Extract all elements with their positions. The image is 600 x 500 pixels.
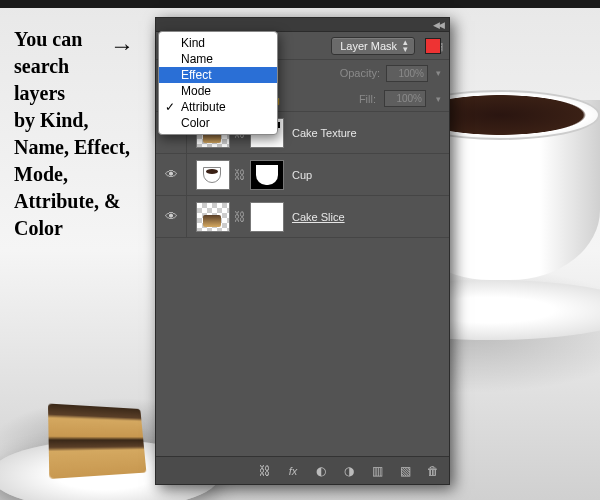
filter-option-attribute[interactable]: ✓Attribute bbox=[159, 99, 277, 115]
opacity-label: Opacity: bbox=[340, 67, 380, 79]
filter-option-color[interactable]: Color bbox=[159, 115, 277, 131]
layer-thumb[interactable] bbox=[196, 202, 230, 232]
trash-icon[interactable]: 🗑 bbox=[425, 464, 441, 478]
layer-row[interactable]: 👁 ⛓ Cake Slice bbox=[156, 196, 449, 238]
mask-icon[interactable]: ◐ bbox=[313, 464, 329, 478]
mask-thumb[interactable] bbox=[250, 160, 284, 190]
fill-input[interactable]: 100% bbox=[384, 90, 426, 107]
layer-name[interactable]: Cup bbox=[292, 169, 312, 181]
filter-option-mode[interactable]: Mode bbox=[159, 83, 277, 99]
mask-thumb[interactable] bbox=[250, 202, 284, 232]
panel-footer: ⛓ fx ◐ ◑ ▥ ▧ 🗑 bbox=[156, 456, 449, 484]
layer-thumb[interactable] bbox=[196, 160, 230, 190]
filter-toggle-swatch[interactable] bbox=[425, 38, 441, 54]
filter-option-effect[interactable]: Effect bbox=[159, 67, 277, 83]
app-toolbar bbox=[0, 0, 600, 8]
fx-icon[interactable]: fx bbox=[285, 465, 301, 477]
layer-name[interactable]: Cake Slice bbox=[292, 211, 345, 223]
filter-value-label: Layer Mask bbox=[340, 40, 397, 52]
link-icon[interactable]: ⛓ bbox=[234, 168, 246, 182]
layers-panel: ◀◀ ▤ Kind Name Effect Mode ✓Attribute Co… bbox=[155, 17, 450, 485]
group-icon[interactable]: ▥ bbox=[369, 464, 385, 478]
link-layers-icon[interactable]: ⛓ bbox=[257, 464, 273, 478]
stepper-icon: ▴▾ bbox=[403, 39, 408, 53]
panel-tab-bar: ◀◀ bbox=[156, 18, 449, 32]
filter-type-menu: Kind Name Effect Mode ✓Attribute Color bbox=[158, 31, 278, 135]
filter-value-dropdown[interactable]: Layer Mask ▴▾ bbox=[331, 37, 415, 55]
new-layer-icon[interactable]: ▧ bbox=[397, 464, 413, 478]
filter-option-name[interactable]: Name bbox=[159, 51, 277, 67]
opacity-input[interactable]: 100% bbox=[386, 65, 428, 82]
chevron-down-icon[interactable]: ▾ bbox=[436, 94, 441, 104]
adjustment-icon[interactable]: ◑ bbox=[341, 464, 357, 478]
layer-filter-row: Kind Name Effect Mode ✓Attribute Color L… bbox=[156, 32, 449, 60]
collapse-icon[interactable]: ◀◀ bbox=[433, 20, 443, 30]
fill-label: Fill: bbox=[359, 93, 376, 105]
chevron-down-icon[interactable]: ▾ bbox=[436, 68, 441, 78]
visibility-toggle-icon[interactable]: 👁 bbox=[162, 167, 180, 182]
layer-name[interactable]: Cake Texture bbox=[292, 127, 357, 139]
layers-list: 👁 ↳ ⛓ Cake Texture 👁 ⛓ Cup 👁 bbox=[156, 112, 449, 456]
layer-row[interactable]: 👁 ⛓ Cup bbox=[156, 154, 449, 196]
filter-option-label: Attribute bbox=[181, 100, 226, 114]
annotation-arrow-icon: → bbox=[110, 32, 134, 60]
filter-option-kind[interactable]: Kind bbox=[159, 35, 277, 51]
link-icon[interactable]: ⛓ bbox=[234, 210, 246, 224]
visibility-toggle-icon[interactable]: 👁 bbox=[162, 209, 180, 224]
